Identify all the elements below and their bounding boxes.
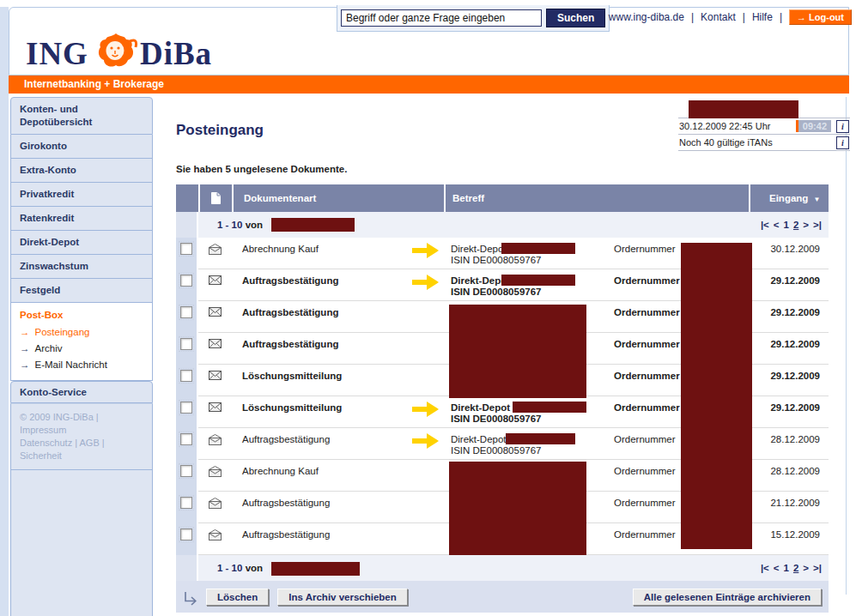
search-bar: Suchen [337, 5, 610, 32]
archive-all-read-button[interactable]: Alle gelesenen Einträge archivieren [633, 589, 822, 606]
row-checkbox[interactable] [180, 465, 192, 477]
sidebar-item-direkt-depot[interactable]: Direkt-Depot [10, 231, 153, 255]
copyright-line2: Datenschutz | AGB | Sicherheit [20, 437, 143, 462]
pager-prev[interactable]: < [774, 563, 780, 573]
sidebar-item-privatkredit[interactable]: Privatkredit [10, 183, 153, 207]
pager-page-2[interactable]: 2 [793, 563, 798, 573]
pager-page-2[interactable]: 2 [793, 220, 798, 230]
eingang-date: 29.12.2009 [749, 301, 829, 317]
sidebar-empty-panel [10, 470, 153, 616]
row-checkbox[interactable] [180, 497, 192, 509]
table-footer: Löschen Ins Archiv verschieben Alle gele… [176, 581, 829, 613]
row-checkbox[interactable] [180, 370, 192, 382]
envelope-closed-icon [209, 402, 222, 414]
eingang-date: 15.12.2009 [749, 523, 829, 540]
sidebar-item-konten-depotuebersicht[interactable]: Konten- und Depotübersicht [10, 97, 153, 135]
envelope-open-icon [209, 434, 222, 447]
result-range: 1 - 10 [217, 220, 242, 230]
table-header: Dokumentenart Betreff Eingang▼ [176, 184, 829, 212]
eingang-date: 29.12.2009 [749, 365, 829, 381]
sidebar-item-extra-konto[interactable]: Extra-Konto [10, 159, 153, 183]
document-type-link[interactable]: Auftragsbestätigung [232, 428, 412, 444]
document-type-link[interactable]: Auftragsbestätigung [232, 333, 412, 349]
pager-next[interactable]: > [803, 563, 809, 573]
link-kontakt[interactable]: Kontakt [701, 11, 736, 23]
sidebar-item-zinswachstum[interactable]: Zinswachstum [10, 255, 153, 279]
redaction-box [689, 100, 798, 118]
envelope-open-icon [209, 498, 222, 510]
pager-next[interactable]: > [803, 220, 809, 230]
header-eingang-sort[interactable]: Eingang▼ [749, 184, 829, 212]
row-checkbox[interactable] [180, 306, 192, 318]
envelope-closed-icon [209, 371, 222, 382]
document-type-link[interactable]: Löschungsmitteilung [232, 365, 412, 381]
yellow-arrow-icon [412, 441, 439, 451]
logout-button[interactable]: → Log-out [789, 9, 852, 25]
ing-lion-icon [94, 33, 138, 78]
pagination-spacer [176, 212, 198, 238]
eingang-date: 28.12.2009 [749, 428, 829, 444]
betreff-line2: ISIN DE0008059767 [451, 255, 614, 266]
document-type-link[interactable]: Abrechnung Kauf [232, 238, 412, 254]
link-website[interactable]: www.ing-diba.de [609, 11, 684, 23]
link-hilfe[interactable]: Hilfe [752, 11, 773, 23]
eingang-date: 28.12.2009 [749, 460, 829, 476]
redaction-box [271, 218, 355, 232]
separator: | [743, 11, 745, 23]
document-type-link[interactable]: Löschungsmitteilung [232, 396, 412, 413]
eingang-date: 29.12.2009 [749, 396, 829, 413]
result-range: 1 - 10 [217, 563, 242, 573]
move-to-archive-button[interactable]: Ins Archiv verschieben [277, 589, 408, 606]
yellow-arrow-icon [412, 282, 439, 293]
header-betreff: Betreff [444, 184, 749, 212]
search-input[interactable] [341, 9, 542, 27]
envelope-open-icon [209, 529, 222, 542]
sidebar-item-festgeld[interactable]: Festgeld [10, 279, 153, 303]
document-type-link[interactable]: Auftragsbestätigung [232, 269, 412, 286]
sidebar-item-archiv[interactable]: →Archiv [20, 341, 143, 355]
pager-prev[interactable]: < [774, 220, 780, 230]
session-info-panel: 30.12.2009 22:45 Uhr 09:42 i Noch 40 gül… [678, 118, 850, 151]
pager-page-1-current: 1 [784, 563, 789, 573]
info-icon[interactable]: i [836, 120, 849, 133]
document-type-link[interactable]: Abrechnung Kauf [232, 460, 412, 476]
row-checkbox[interactable] [180, 338, 192, 350]
redaction-box [501, 275, 575, 286]
row-checkbox[interactable] [180, 528, 192, 541]
search-button[interactable]: Suchen [546, 9, 605, 27]
pager-first[interactable]: |< [761, 220, 769, 230]
sidebar-item-email-nachricht[interactable]: →E-Mail Nachricht [20, 358, 143, 371]
eingang-date: 29.12.2009 [749, 333, 829, 349]
logo-text-ing: ING [26, 35, 88, 72]
redaction-box [681, 243, 752, 549]
postbox-title: Post-Box [20, 310, 143, 320]
redaction-box [449, 305, 586, 398]
sidebar-item-posteingang[interactable]: →Posteingang [20, 325, 143, 339]
row-checkbox[interactable] [180, 402, 192, 414]
row-checkbox[interactable] [180, 243, 192, 255]
redaction-box [501, 243, 575, 254]
pager-last[interactable]: >| [813, 220, 822, 230]
betreff-line2: ISIN DE0008059767 [451, 287, 614, 298]
session-datetime: 30.12.2009 22:45 Uhr [679, 121, 770, 131]
redaction-box [271, 562, 360, 576]
row-checkbox[interactable] [180, 433, 192, 445]
sidebar-item-konto-service[interactable]: Konto-Service [10, 381, 153, 403]
document-type-link[interactable]: Auftragsbestätigung [232, 523, 412, 540]
redaction-box [449, 462, 586, 555]
arrow-right-icon: → [20, 341, 30, 355]
info-icon[interactable]: i [836, 136, 849, 149]
pager-last[interactable]: >| [813, 563, 822, 573]
sidebar-item-ratenkredit[interactable]: Ratenkredit [10, 207, 153, 231]
timer-bar-icon [796, 120, 798, 132]
pager-first[interactable]: |< [761, 563, 769, 573]
row-checkbox[interactable] [180, 275, 192, 287]
document-type-link[interactable]: Auftragsbestätigung [232, 492, 412, 508]
pagination-spacer [176, 555, 198, 581]
sort-desc-icon: ▼ [813, 196, 820, 203]
sidebar-copyright: © 2009 ING-DiBa | Impressum Datenschutz … [10, 403, 153, 470]
eingang-date: 30.12.2009 [749, 238, 829, 254]
document-type-link[interactable]: Auftragsbestätigung [232, 301, 412, 317]
sidebar-item-girokonto[interactable]: Girokonto [10, 135, 153, 159]
delete-button[interactable]: Löschen [206, 589, 269, 606]
